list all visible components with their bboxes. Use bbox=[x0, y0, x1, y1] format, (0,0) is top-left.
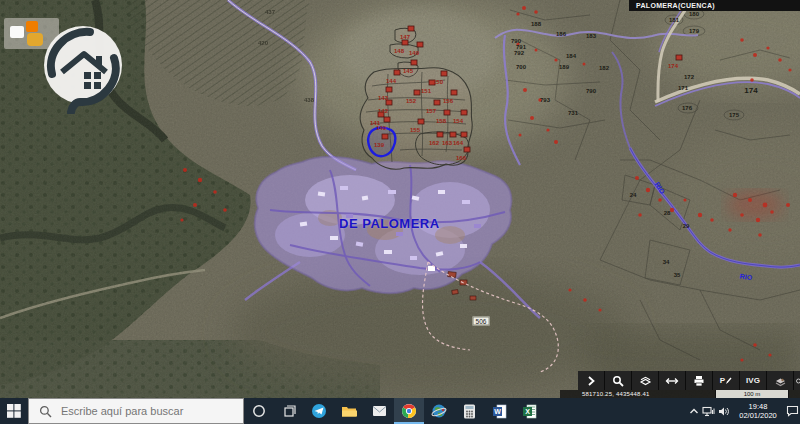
taskbar-clock[interactable]: 19:48 02/01/2020 bbox=[735, 402, 781, 420]
volume-tray-button[interactable] bbox=[716, 398, 731, 424]
hidden-icons-button[interactable] bbox=[686, 398, 701, 424]
white-square-icon bbox=[10, 26, 24, 38]
chevron-up-icon bbox=[689, 407, 699, 415]
file-explorer-icon bbox=[341, 404, 357, 418]
scale-bar: 100 m bbox=[715, 390, 789, 398]
network-tray-button[interactable] bbox=[701, 398, 716, 424]
windows-taskbar: W X 19:48 02/01/2020 bbox=[0, 398, 800, 424]
taskbar-app-chrome[interactable] bbox=[394, 398, 424, 424]
taskbar-app-word[interactable]: W bbox=[484, 398, 514, 424]
layers-button[interactable] bbox=[632, 371, 659, 390]
measure-distance-button[interactable] bbox=[659, 371, 686, 390]
cortana-icon bbox=[252, 404, 266, 418]
selected-parcel-outline bbox=[368, 128, 395, 157]
start-button[interactable] bbox=[0, 398, 28, 424]
map-toolbar: P IVG bbox=[578, 371, 800, 390]
taskbar-app-file-explorer[interactable] bbox=[334, 398, 364, 424]
printer-icon bbox=[693, 375, 705, 387]
speaker-icon bbox=[718, 406, 730, 417]
task-view-button[interactable] bbox=[274, 398, 304, 424]
svg-text:W: W bbox=[494, 408, 501, 415]
pen-icon bbox=[725, 376, 732, 385]
taskbar-search[interactable] bbox=[28, 398, 244, 424]
taskbar-app-globe-gis[interactable] bbox=[424, 398, 454, 424]
cursor-coordinates: 581710.25, 4435448.41 bbox=[560, 391, 650, 397]
cortana-button[interactable] bbox=[244, 398, 274, 424]
basemap-stack-icon bbox=[774, 375, 787, 387]
ivg-label: IVG bbox=[746, 376, 760, 385]
magnifier-icon bbox=[612, 375, 624, 387]
taskbar-app-telegram[interactable] bbox=[304, 398, 334, 424]
zoom-button[interactable] bbox=[605, 371, 632, 390]
telegram-icon bbox=[311, 403, 327, 419]
excel-icon: X bbox=[522, 404, 537, 419]
task-view-icon bbox=[282, 404, 297, 418]
clock-time: 19:48 bbox=[735, 402, 781, 411]
orange-square-icon bbox=[26, 21, 38, 32]
network-icon bbox=[702, 406, 715, 417]
chrome-icon bbox=[401, 403, 417, 419]
search-input[interactable] bbox=[59, 404, 233, 418]
aerial-map-viewport[interactable]: 1471481491451441501511431521561421571581… bbox=[0, 0, 800, 398]
double-arrow-icon bbox=[665, 376, 679, 386]
taskbar-app-mail[interactable] bbox=[364, 398, 394, 424]
map-status-band: 581710.25, 4435448.41 100 m bbox=[560, 390, 800, 398]
search-icon bbox=[39, 405, 52, 418]
town-name-label: DE PALOMERA bbox=[339, 216, 440, 231]
agency-house-logo bbox=[38, 22, 130, 114]
desktop-screen: 1471481491451441501511431521561421571581… bbox=[0, 0, 800, 424]
layers-cube-icon bbox=[639, 375, 652, 387]
edit-annotations-button[interactable]: P bbox=[713, 371, 740, 390]
region-title-bar: PALOMERA(CUENCA) bbox=[629, 0, 800, 11]
word-icon: W bbox=[492, 404, 507, 419]
svg-text:X: X bbox=[525, 408, 530, 415]
globe-gis-icon bbox=[431, 403, 447, 419]
windows-logo-icon bbox=[7, 404, 21, 418]
mail-icon bbox=[372, 405, 387, 417]
taskbar-app-excel[interactable]: X bbox=[514, 398, 544, 424]
action-center-button[interactable] bbox=[785, 398, 800, 424]
action-center-icon bbox=[786, 405, 799, 417]
ivg-button[interactable]: IVG bbox=[740, 371, 767, 390]
expand-tools-button[interactable] bbox=[578, 371, 605, 390]
more-tools-button[interactable] bbox=[794, 371, 800, 390]
taskbar-app-calculator[interactable] bbox=[454, 398, 484, 424]
basemap-button[interactable] bbox=[767, 371, 794, 390]
chevron-right-icon bbox=[585, 375, 597, 387]
print-button[interactable] bbox=[686, 371, 713, 390]
clock-date: 02/01/2020 bbox=[735, 411, 781, 420]
calculator-icon bbox=[463, 404, 476, 419]
partial-tool-icon bbox=[794, 375, 800, 387]
